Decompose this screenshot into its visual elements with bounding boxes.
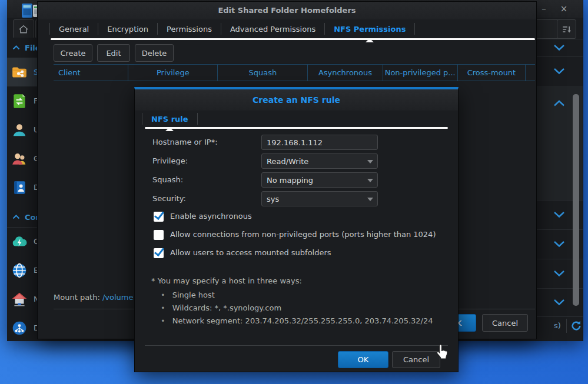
privilege-select[interactable]: Read/Write <box>261 153 378 169</box>
divider <box>197 113 198 125</box>
chevron-up-icon <box>12 215 20 219</box>
column-header-privilege[interactable]: Privilege <box>128 65 218 81</box>
external-access-icon <box>11 262 28 279</box>
delete-button[interactable]: Delete <box>135 44 174 62</box>
chevron-up-icon <box>553 100 565 107</box>
tab-nfs-rule[interactable]: NFS rule <box>142 111 197 127</box>
hostname-input[interactable] <box>261 135 378 150</box>
edit-button[interactable]: Edit <box>97 44 130 62</box>
nfs-dialog-title: Create an NFS rule <box>135 89 458 111</box>
chevron-down-icon <box>553 241 565 248</box>
shared-folder-icon <box>11 64 28 81</box>
accordion-row[interactable] <box>536 39 583 57</box>
tab-permissions[interactable]: Permissions <box>158 19 221 38</box>
nfs-dialog-ok-button[interactable]: OK <box>338 351 388 368</box>
chevron-down-icon <box>553 211 565 218</box>
privilege-value: Read/Write <box>267 157 308 166</box>
hand-pointer-cursor <box>436 343 450 361</box>
mount-path-link[interactable]: /volume1 <box>102 293 138 302</box>
tab-label: Advanced Permissions <box>230 25 315 34</box>
security-value: sys <box>267 195 279 203</box>
chevron-down-icon <box>553 299 565 306</box>
enable-asynchronous-checkbox[interactable] <box>154 212 164 222</box>
home-button[interactable] <box>13 19 34 39</box>
create-nfs-rule-dialog: Create an NFS rule NFS rule Hostname or … <box>134 87 459 372</box>
desktop: – × File <box>0 0 588 384</box>
file-services-icon <box>11 93 28 109</box>
scrollbar-thumb[interactable] <box>573 94 579 306</box>
user-icon <box>11 122 28 138</box>
minimize-button[interactable]: – <box>538 4 550 14</box>
divider <box>145 345 448 346</box>
mounted-subfolders-label: Allow users to access mounted subfolders <box>170 248 331 257</box>
refresh-icon[interactable] <box>570 320 582 332</box>
security-label: Security: <box>152 191 186 206</box>
column-header-client[interactable]: Client <box>54 65 128 81</box>
edit-dialog-title: Edit Shared Folder Homefolders <box>38 2 536 19</box>
tab-underline <box>145 127 448 129</box>
column-header-cross-mount[interactable]: Cross-mount <box>458 65 526 81</box>
close-button[interactable]: × <box>558 4 570 14</box>
edit-dialog-cancel-button[interactable]: Cancel <box>482 314 528 332</box>
chevron-down-icon <box>553 68 565 75</box>
tab-encryption[interactable]: Encryption <box>98 19 157 38</box>
nfs-dialog-tabbar: NFS rule <box>142 111 198 127</box>
enable-asynchronous-label: Enable asynchronous <box>170 212 252 221</box>
chevron-down-icon <box>553 270 565 277</box>
edit-dialog-titlebar: Edit Shared Folder Homefolders <box>38 2 536 19</box>
tab-label: Encryption <box>107 25 148 34</box>
divider <box>414 23 415 35</box>
security-select[interactable]: sys <box>261 191 378 206</box>
non-privileged-ports-checkbox[interactable] <box>154 230 164 240</box>
chevron-down-icon <box>553 44 565 51</box>
group-icon <box>11 151 28 167</box>
create-button[interactable]: Create <box>54 44 92 62</box>
dropdown-arrow-icon <box>367 160 373 166</box>
nfs-rules-table-header: Client Privilege Squash Asynchronous Non… <box>54 64 535 81</box>
sort-button[interactable] <box>557 19 576 39</box>
sort-list-icon <box>561 24 573 35</box>
dropdown-arrow-icon <box>367 179 373 185</box>
mounted-subfolders-checkbox[interactable] <box>154 248 164 258</box>
edit-dialog-tabbar: General Encryption Permissions Advanced … <box>49 19 415 38</box>
items-count-text: s) <box>554 321 561 330</box>
host-note-bullet: Network segment: 203.74.205.32/255.255.2… <box>161 316 433 325</box>
home-icon <box>18 24 29 35</box>
host-note-title: * You may specify a host in three ways: <box>151 276 302 285</box>
tab-label: NFS Permissions <box>334 25 406 34</box>
squash-value: No mapping <box>267 176 313 185</box>
accordion-row[interactable] <box>536 56 583 86</box>
host-note-bullet: Wildcards: *, *.synology.com <box>161 303 281 312</box>
tab-advanced-permissions[interactable]: Advanced Permissions <box>221 19 324 38</box>
tab-nfs-permissions[interactable]: NFS Permissions <box>325 19 414 38</box>
column-header-squash[interactable]: Squash <box>218 65 308 81</box>
column-header-filler <box>526 65 535 81</box>
domain-icon <box>11 179 28 196</box>
chevron-up-icon <box>12 45 20 50</box>
tab-label: General <box>59 25 89 34</box>
nfs-dialog-header: Create an NFS rule <box>135 89 458 111</box>
tab-label: NFS rule <box>151 115 188 123</box>
tab-general[interactable]: General <box>50 19 98 38</box>
dhcp-server-icon <box>11 320 28 336</box>
network-icon <box>11 291 28 308</box>
quickconnect-icon <box>11 233 28 250</box>
squash-select[interactable]: No mapping <box>261 172 378 188</box>
tab-underline <box>51 38 535 40</box>
divider <box>566 319 567 333</box>
mount-path-label: Mount path: <box>54 293 100 302</box>
privilege-label: Privilege: <box>152 153 188 169</box>
host-note-bullet: Single host <box>161 290 215 299</box>
dropdown-arrow-icon <box>367 198 373 204</box>
tab-label: Permissions <box>167 25 212 34</box>
hostname-label: Hostname or IP*: <box>152 135 218 150</box>
non-privileged-ports-label: Allow connections from non-privileged po… <box>170 230 436 239</box>
column-header-non-privileged[interactable]: Non-privileged p... <box>383 65 458 81</box>
mount-path: Mount path: /volume1 <box>54 293 138 302</box>
squash-label: Squash: <box>152 172 183 188</box>
column-header-asynchronous[interactable]: Asynchronous <box>308 65 383 81</box>
nfs-dialog-cancel-button[interactable]: Cancel <box>392 351 440 368</box>
